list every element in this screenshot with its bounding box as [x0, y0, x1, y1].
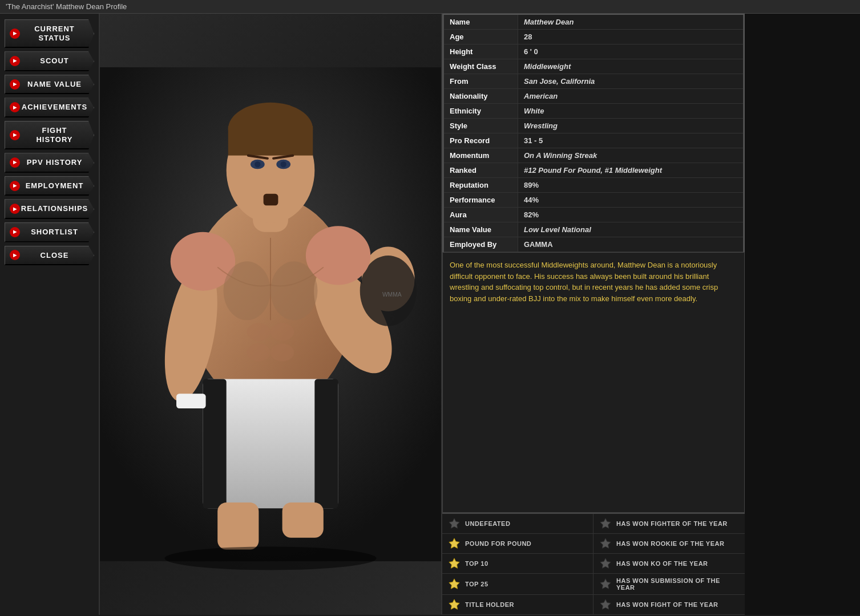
stat-label: Ranked: [444, 163, 518, 178]
star-icon-title-holder: [448, 598, 461, 611]
nav-btn-shortlist[interactable]: ▶SHORTLIST: [5, 222, 94, 242]
star-icon-fight-of-year: [599, 598, 612, 611]
achievement-label-top-10: TOP 10: [465, 560, 488, 567]
svg-point-8: [255, 161, 260, 167]
svg-rect-32: [176, 394, 206, 408]
btn-label-ppv-history: PPV HISTORY: [21, 158, 88, 167]
svg-point-22: [270, 261, 317, 320]
stat-row: Name ValueLow Level National: [444, 222, 744, 237]
stat-value: 82%: [518, 208, 744, 222]
stat-label: Aura: [444, 208, 518, 222]
svg-marker-37: [600, 538, 611, 548]
star-icon-submission-of-year: [599, 578, 612, 590]
fighter-image-area: WMMA: [100, 14, 442, 615]
svg-point-21: [224, 261, 270, 320]
stat-label: Style: [444, 119, 518, 133]
nav-btn-fight-history[interactable]: ▶FIGHTHISTORY: [5, 121, 94, 149]
btn-label-shortlist: SHORTLIST: [21, 228, 88, 237]
stat-row: Weight ClassMiddleweight: [444, 59, 744, 74]
svg-rect-29: [314, 379, 338, 508]
stat-row: StyleWrestling: [444, 119, 744, 133]
achievement-fighter-of-year: HAS WON FIGHTER OF THE YEAR: [593, 514, 745, 534]
svg-marker-39: [600, 558, 611, 568]
achievement-label-undefeated: UNDEFEATED: [465, 520, 510, 527]
nav-btn-current-status[interactable]: ▶CURRENTSTATUS: [5, 19, 94, 48]
nav-btn-employment[interactable]: ▶EMPLOYMENT: [5, 176, 94, 196]
stat-label: Ethnicity: [444, 104, 518, 119]
stat-row: Ranked#12 Pound For Pound, #1 Middleweig…: [444, 163, 744, 178]
svg-rect-31: [282, 502, 324, 538]
stat-value: 31 - 5: [518, 133, 744, 148]
star-icon-top-25: [448, 578, 461, 590]
btn-arrow-close: ▶: [10, 250, 20, 260]
svg-marker-42: [449, 599, 459, 609]
stat-value: On A Winning Streak: [518, 148, 744, 163]
achievement-undefeated: UNDEFEATED: [442, 514, 593, 534]
achievement-submission-of-year: HAS WON SUBMISSION OF THE YEAR: [593, 574, 745, 595]
stat-row: Age28: [444, 30, 744, 44]
nav-btn-close[interactable]: ▶CLOSE: [5, 246, 94, 266]
stat-label: Age: [444, 30, 518, 44]
svg-marker-34: [449, 518, 459, 528]
stat-value: 6 ' 0: [518, 44, 744, 59]
svg-point-26: [270, 344, 294, 362]
stat-row: Employed ByGAMMA: [444, 237, 744, 252]
stat-row: Pro Record31 - 5: [444, 133, 744, 148]
svg-marker-40: [449, 579, 459, 589]
stats-section: NameMatthew DeanAge28Height6 ' 0Weight C…: [442, 14, 745, 252]
achievement-top-25: TOP 25: [442, 574, 593, 595]
stat-value: Middleweight: [518, 59, 744, 74]
nav-btn-name-value[interactable]: ▶NAME VALUE: [5, 75, 94, 95]
svg-point-23: [247, 323, 270, 341]
btn-label-scout: SCOUT: [21, 56, 88, 66]
achievement-pound-for-pound: POUND FOR POUND: [442, 534, 593, 554]
btn-arrow-current-status: ▶: [10, 29, 20, 39]
stat-label: Employed By: [444, 237, 518, 252]
star-icon-rookie-of-year: [599, 537, 612, 550]
achievement-label-fighter-of-year: HAS WON FIGHTER OF THE YEAR: [616, 520, 728, 527]
nav-btn-achievements[interactable]: ▶ACHIEVEMENTS: [5, 98, 94, 117]
svg-text:WMMA: WMMA: [382, 291, 402, 298]
svg-point-15: [360, 256, 417, 326]
nav-btn-ppv-history[interactable]: ▶PPV HISTORY: [5, 153, 94, 173]
svg-point-33: [164, 546, 376, 570]
btn-arrow-employment: ▶: [10, 181, 20, 191]
stat-value: 28: [518, 30, 744, 44]
svg-point-9: [281, 161, 286, 167]
star-icon-pound-for-pound: [448, 537, 461, 550]
sidebar: ▶CURRENTSTATUS▶SCOUT▶NAME VALUE▶ACHIEVEM…: [0, 14, 100, 615]
achievement-top-10: TOP 10: [442, 554, 593, 574]
stat-row: NameMatthew Dean: [444, 15, 744, 30]
btn-label-employment: EMPLOYMENT: [21, 181, 88, 191]
svg-marker-38: [449, 558, 459, 568]
nav-btn-scout[interactable]: ▶SCOUT: [5, 51, 94, 71]
stat-row: Reputation89%: [444, 178, 744, 193]
stat-value: 44%: [518, 193, 744, 208]
achievement-ko-of-year: HAS WON KO OF THE YEAR: [593, 554, 745, 574]
btn-arrow-scout: ▶: [10, 56, 20, 66]
achievement-title-holder: TITLE HOLDER: [442, 595, 593, 615]
stat-value: #12 Pound For Pound, #1 Middleweight: [518, 163, 744, 178]
achievement-rookie-of-year: HAS WON ROOKIE OF THE YEAR: [593, 534, 745, 554]
stat-row: NationalityAmerican: [444, 89, 744, 104]
nav-btn-relationships[interactable]: ▶RELATIONSHIPS: [5, 199, 94, 219]
stat-label: Performance: [444, 193, 518, 208]
stat-label: From: [444, 74, 518, 89]
stat-value: Wrestling: [518, 119, 744, 133]
stat-value: San Jose, California: [518, 74, 744, 89]
btn-arrow-shortlist: ▶: [10, 227, 20, 237]
svg-point-19: [306, 226, 370, 285]
star-icon-undefeated: [448, 517, 461, 530]
btn-label-achievements: ACHIEVEMENTS: [21, 103, 88, 112]
star-icon-ko-of-year: [599, 557, 612, 570]
stat-row: FromSan Jose, California: [444, 74, 744, 89]
svg-rect-12: [264, 194, 278, 206]
stats-table: NameMatthew DeanAge28Height6 ' 0Weight C…: [443, 15, 744, 252]
svg-point-24: [270, 323, 294, 341]
btn-label-fight-history: FIGHTHISTORY: [21, 126, 88, 144]
btn-label-close: CLOSE: [21, 251, 88, 260]
stat-value: White: [518, 104, 744, 119]
right-panel: NameMatthew DeanAge28Height6 ' 0Weight C…: [442, 14, 745, 615]
svg-rect-5: [228, 126, 313, 156]
stat-label: Pro Record: [444, 133, 518, 148]
